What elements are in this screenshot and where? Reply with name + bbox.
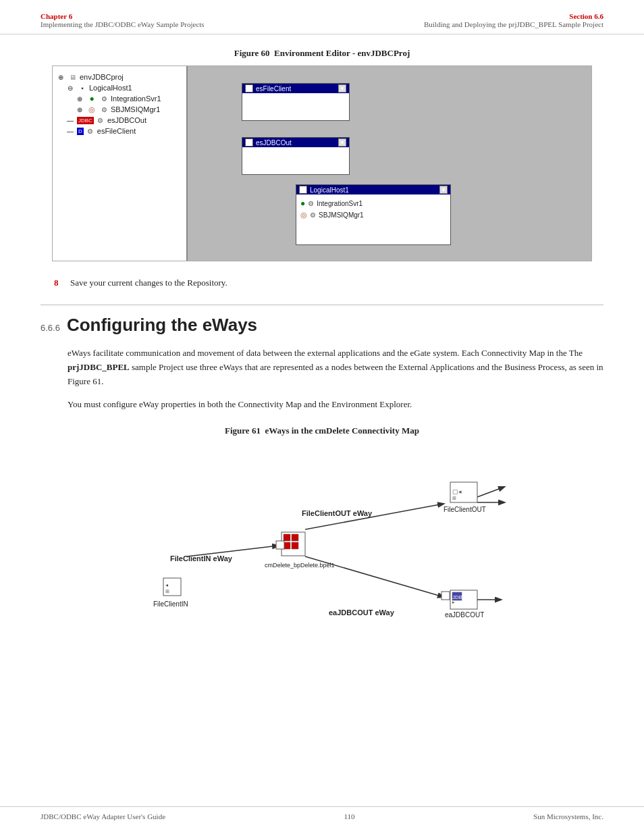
svg-rect-10 [284, 534, 290, 541]
fileclientout-eway-label: FileClientOUT eWay [302, 509, 373, 517]
gear4-icon: ⚙ [95, 115, 106, 125]
jms-dot-icon: ◎ [300, 211, 307, 219]
svg-rect-22 [441, 592, 450, 600]
svg-text:▢◂: ▢◂ [452, 488, 462, 495]
eajdbcout-node-label: eaJDBCOUT [445, 611, 484, 619]
server-icon: ⊕ [55, 72, 66, 82]
file3-icon [299, 186, 307, 194]
workspace-panel: esFileClient ▼ esJDBCOut ▼ [188, 66, 591, 261]
fileclientin-node-label: FileClientIN [153, 600, 188, 608]
es-file-client-window: esFileClient ▼ [242, 83, 350, 121]
logical-host1-titlebar: LogicalHost1 ▼ [296, 185, 450, 194]
file2-icon [245, 138, 253, 147]
tree-item-esfileclient: — D ⚙ esFileClient [55, 126, 184, 136]
logical-host1-window: LogicalHost1 ▼ ● ⚙ IntegrationSvr1 ◎ ⚙ S… [296, 184, 451, 245]
jms-icon: ◎ [86, 105, 97, 114]
section-number: Section 6.6 [569, 12, 603, 20]
es-jdbc-out-body [242, 147, 349, 174]
tree-panel: ⊕ 🖥 envJDBCproj ⊖ ▪ LogicalHost1 ⊕ ● ⚙ I… [53, 66, 188, 261]
chapter-subtitle: Implementing the JDBC/ODBC eWay Sample P… [41, 20, 205, 28]
step-text: Save your current changes to the Reposit… [70, 278, 227, 288]
fileclientout-node-label: FileClientOUT [444, 506, 486, 513]
dash2-icon: — [65, 126, 76, 136]
figure-60-image: ⊕ 🖥 envJDBCproj ⊖ ▪ LogicalHost1 ⊕ ● ⚙ I… [52, 66, 592, 261]
es-jdbc-out-titlebar: esJDBCOut ▼ [242, 138, 349, 147]
figure-61-title: Figure 61 eWays in the cmDelete Connecti… [41, 425, 603, 436]
gear5-icon: ⚙ [85, 126, 96, 136]
host-icon: ▪ [77, 83, 88, 93]
folder-icon: 🖥 [68, 72, 78, 82]
gear3-icon: ⚙ [99, 105, 109, 114]
file-icon [245, 84, 253, 93]
figure-60-title: Figure 60 Environment Editor - envJDBCPr… [41, 48, 603, 59]
main-content: Figure 60 Environment Editor - envJDBCPr… [0, 34, 644, 700]
tree-item-envjdbcproj: ⊕ 🖥 envJDBCproj [55, 72, 184, 82]
logical-host1-body: ● ⚙ IntegrationSvr1 ◎ ⚙ SBJMSIQMgr1 [296, 194, 450, 224]
es-jdbc-out-window: esJDBCOut ▼ [242, 137, 350, 175]
file-badge: D [77, 128, 84, 135]
eajdbcout-eway-label: eaJDBCOUT eWay [329, 608, 395, 617]
header-left: Chapter 6 Implementing the JDBC/ODBC eWa… [41, 12, 205, 28]
integration-icon: ● [86, 94, 97, 103]
tree-item-esjdbcout: — JDBC ⚙ esJDBCOut [55, 115, 184, 126]
expand-icon: ⊖ [65, 83, 76, 93]
connectivity-diagram: FileClientIN eWay FileClientOUT eWay eaJ… [113, 443, 531, 652]
paragraph-2: You must configure eWay properties in bo… [68, 398, 603, 412]
jdbc-badge: JDBC [77, 117, 94, 124]
svg-rect-21 [276, 541, 284, 549]
figure-61-image: FileClientIN eWay FileClientOUT eWay eaJ… [113, 443, 531, 652]
step-number: 8 [54, 278, 65, 288]
svg-rect-11 [292, 534, 298, 541]
dropdown-arrow3[interactable]: ▼ [439, 186, 448, 194]
svg-line-3 [477, 487, 504, 497]
tree-item-logicalhost1: ⊖ ▪ LogicalHost1 [55, 82, 184, 93]
footer-left: JDBC/ODBC eWay Adapter User's Guide [41, 812, 165, 820]
es-file-client-body [242, 93, 349, 120]
paragraph-1: eWays facilitate communication and movem… [68, 346, 603, 388]
es-file-client-titlebar: esFileClient ▼ [242, 84, 349, 93]
footer-center: 110 [344, 812, 355, 820]
section-666-heading: 6.6.6 Configuring the eWays [41, 305, 603, 336]
header-right: Section 6.6 Building and Deploying the p… [424, 12, 603, 28]
svg-text:◂: ◂ [165, 582, 168, 588]
fileclientin-eway-label: FileClientIN eWay [170, 554, 233, 563]
cmdelete-label: cmDelete_bpDelete.bpel1 [265, 562, 335, 569]
integration-gear-icon: ⚙ [308, 200, 314, 207]
dropdown-arrow[interactable]: ▼ [338, 84, 346, 93]
svg-text:▸: ▸ [452, 600, 455, 604]
jms-gear-icon: ⚙ [310, 211, 316, 219]
dropdown-arrow2[interactable]: ▼ [338, 138, 346, 147]
expand2-icon: ⊕ [74, 94, 85, 103]
bold-product-name: prjJDBC_BPEL [68, 362, 130, 372]
step-8: 8 Save your current changes to the Repos… [54, 278, 603, 288]
svg-rect-13 [292, 542, 298, 549]
footer-right: Sun Microsystems, Inc. [533, 812, 603, 820]
expand3-icon: ⊕ [74, 105, 85, 114]
section-666-num: 6.6.6 [41, 323, 60, 333]
page-footer: JDBC/ODBC eWay Adapter User's Guide 110 … [0, 806, 644, 820]
dash-icon: — [65, 115, 76, 125]
gear2-icon: ⚙ [99, 94, 109, 103]
tree-item-sbjmsiqmgr1: ⊕ ◎ ⚙ SBJMSIQMgr1 [55, 104, 184, 115]
section-666-title: Configuring the eWays [67, 315, 257, 336]
section-subtitle: Building and Deploying the prjJDBC_BPEL … [424, 20, 603, 28]
svg-text:⊞: ⊞ [165, 589, 169, 594]
svg-text:⊞: ⊞ [452, 496, 456, 500]
chapter-number: Chapter 6 [41, 12, 72, 20]
integration-dot-icon: ● [300, 199, 305, 208]
tree-item-integrationsvr1: ⊕ ● ⚙ IntegrationSvr1 [55, 93, 184, 104]
page-header: Chapter 6 Implementing the JDBC/ODBC eWa… [0, 0, 644, 34]
